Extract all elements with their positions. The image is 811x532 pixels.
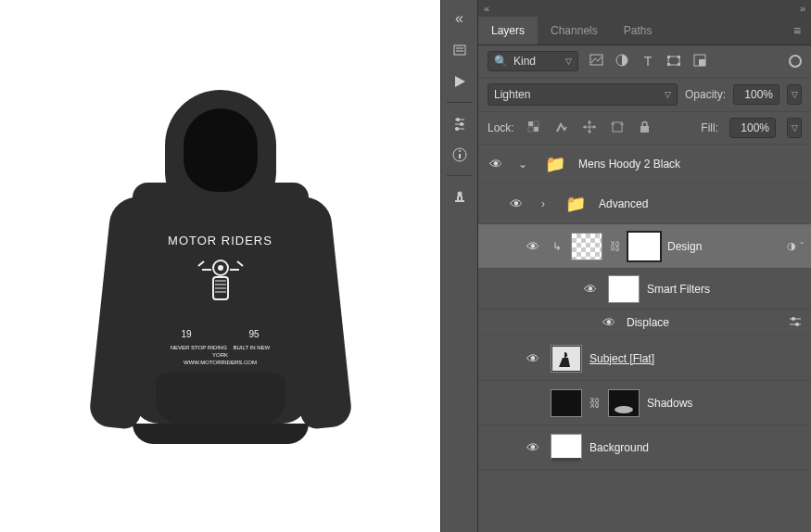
hoodie-print-graphic: MOTOR RIDERS 1995 NEVER STOP RIDING BUIL… bbox=[165, 234, 276, 366]
svg-point-1 bbox=[218, 265, 223, 271]
visibility-toggle[interactable]: 👁 bbox=[580, 282, 601, 297]
document-canvas[interactable]: MOTOR RIDERS 1995 NEVER STOP RIDING BUIL… bbox=[0, 0, 440, 532]
lock-fill-row: Lock: Fill: 100% ▽ bbox=[478, 112, 811, 145]
lock-transparency-icon[interactable] bbox=[526, 120, 542, 136]
lock-artboard-icon[interactable] bbox=[609, 120, 626, 136]
panel-tabs: Layers Channels Paths ≡ bbox=[478, 17, 811, 45]
fill-label[interactable]: Fill: bbox=[701, 121, 718, 134]
svg-point-21 bbox=[457, 192, 462, 196]
lock-all-icon[interactable] bbox=[637, 120, 653, 136]
stamp-icon[interactable] bbox=[445, 182, 475, 211]
svg-point-14 bbox=[460, 122, 463, 126]
layer-name[interactable]: Shadows bbox=[647, 397, 804, 410]
layer-smartobject[interactable]: 👁 ↳ ⛓ Design ◑ ˆ bbox=[478, 224, 811, 269]
filter-options-icon[interactable] bbox=[787, 316, 804, 330]
mask-link-icon[interactable]: ⛓ bbox=[589, 397, 601, 410]
svg-marker-39 bbox=[583, 125, 586, 129]
mask-thumbnail[interactable] bbox=[628, 233, 660, 260]
filter-adjustment-icon[interactable] bbox=[614, 54, 630, 70]
layer-tree: 👁 ⌄ 📁 Mens Hoody 2 Black 👁 › 📁 Advanced … bbox=[478, 145, 811, 532]
lock-position-icon[interactable] bbox=[581, 120, 598, 136]
layer-name[interactable]: Subject [Flat] bbox=[589, 352, 804, 365]
visibility-toggle[interactable]: 👁 bbox=[486, 157, 506, 171]
layer-smartobject[interactable]: 👁 Subject [Flat] bbox=[478, 336, 811, 381]
mask-thumbnail[interactable] bbox=[608, 389, 640, 417]
chevron-down-icon: ▽ bbox=[665, 90, 671, 99]
lock-label: Lock: bbox=[488, 121, 514, 134]
history-brush-icon[interactable] bbox=[445, 35, 475, 65]
svg-point-48 bbox=[795, 323, 799, 326]
blend-mode-dropdown[interactable]: Lighten▽ bbox=[488, 83, 678, 106]
smart-filter-item[interactable]: 👁 Displace bbox=[478, 310, 811, 336]
layer-name[interactable]: Advanced bbox=[599, 197, 804, 210]
layers-panel: «» Layers Channels Paths ≡ 🔍 Kind ▽ T Li… bbox=[477, 0, 811, 532]
layer-name: Smart Filters bbox=[647, 283, 804, 296]
svg-point-16 bbox=[455, 127, 459, 131]
tab-paths[interactable]: Paths bbox=[611, 17, 665, 44]
clip-indicator-icon: ↳ bbox=[551, 240, 564, 253]
layer-masked[interactable]: ⛓ Shadows bbox=[478, 381, 811, 425]
layer-name[interactable]: Mens Hoody 2 Black bbox=[578, 158, 804, 171]
filter-pixel-icon[interactable] bbox=[588, 54, 604, 69]
collapse-left-icon[interactable]: « bbox=[484, 3, 489, 14]
filter-smartobject-icon[interactable] bbox=[691, 54, 708, 70]
filter-mask-thumbnail[interactable] bbox=[608, 275, 640, 303]
filter-name[interactable]: Displace bbox=[627, 316, 779, 329]
svg-rect-30 bbox=[699, 59, 705, 66]
opacity-stepper[interactable]: ▽ bbox=[787, 84, 802, 105]
svg-rect-32 bbox=[534, 127, 539, 132]
visibility-toggle[interactable]: 👁 bbox=[523, 239, 543, 254]
layer-group[interactable]: 👁 › 📁 Advanced bbox=[478, 184, 811, 224]
layer-background[interactable]: 👁 Background bbox=[478, 425, 811, 470]
lock-image-icon[interactable] bbox=[553, 120, 570, 136]
visibility-toggle[interactable]: 👁 bbox=[523, 440, 543, 455]
layer-name[interactable]: Design bbox=[667, 240, 779, 253]
layer-group[interactable]: 👁 ⌄ 📁 Mens Hoody 2 Black bbox=[478, 145, 811, 184]
svg-point-19 bbox=[459, 150, 461, 152]
collapse-right-icon[interactable]: » bbox=[800, 3, 805, 14]
svg-marker-40 bbox=[593, 125, 596, 129]
layer-thumbnail[interactable] bbox=[551, 345, 582, 373]
filter-toggle-switch[interactable] bbox=[789, 55, 802, 68]
vertical-tool-strip: « bbox=[440, 0, 477, 532]
opacity-label[interactable]: Opacity: bbox=[685, 88, 726, 101]
blend-opacity-row: Lighten▽ Opacity: 100% ▽ bbox=[478, 78, 811, 112]
tab-channels[interactable]: Channels bbox=[538, 17, 611, 44]
visibility-toggle[interactable]: 👁 bbox=[599, 315, 619, 330]
visibility-toggle[interactable]: 👁 bbox=[506, 196, 526, 211]
collapse-left-icon[interactable]: « bbox=[445, 4, 475, 33]
layer-name[interactable]: Background bbox=[589, 441, 804, 454]
tab-layers[interactable]: Layers bbox=[478, 17, 538, 44]
expand-toggle[interactable]: ⌄ bbox=[513, 158, 532, 171]
svg-rect-26 bbox=[678, 56, 680, 58]
layer-thumbnail[interactable] bbox=[551, 389, 582, 417]
fill-input[interactable]: 100% bbox=[729, 118, 776, 138]
visibility-toggle[interactable] bbox=[523, 397, 543, 410]
graphic-title: MOTOR RIDERS bbox=[165, 234, 276, 247]
svg-rect-33 bbox=[534, 121, 539, 126]
hoodie-mockup: MOTOR RIDERS 1995 NEVER STOP RIDING BUIL… bbox=[77, 71, 364, 461]
svg-point-50 bbox=[615, 406, 633, 413]
layer-thumbnail[interactable] bbox=[551, 434, 582, 462]
filter-type-icon[interactable]: T bbox=[640, 54, 656, 69]
info-icon[interactable] bbox=[445, 140, 475, 170]
filter-shape-icon[interactable] bbox=[665, 54, 682, 70]
play-icon[interactable] bbox=[445, 67, 475, 96]
visibility-toggle[interactable]: 👁 bbox=[523, 351, 543, 366]
layer-effects-badge[interactable]: ◑ ˆ bbox=[787, 240, 804, 252]
smart-filters-header[interactable]: 👁 Smart Filters bbox=[478, 269, 811, 310]
svg-marker-37 bbox=[588, 120, 591, 123]
opacity-input[interactable]: 100% bbox=[733, 84, 779, 105]
svg-point-12 bbox=[456, 118, 460, 121]
filter-kind-dropdown[interactable]: 🔍 Kind ▽ bbox=[488, 51, 578, 71]
search-icon: 🔍 bbox=[494, 55, 508, 68]
panel-menu-icon[interactable]: ≡ bbox=[783, 23, 811, 38]
layer-thumbnail[interactable] bbox=[571, 233, 602, 260]
svg-rect-20 bbox=[455, 200, 464, 202]
expand-toggle[interactable]: › bbox=[534, 197, 552, 210]
mask-link-icon[interactable]: ⛓ bbox=[610, 240, 621, 253]
svg-rect-7 bbox=[454, 45, 465, 55]
svg-marker-38 bbox=[588, 131, 591, 133]
fill-stepper[interactable]: ▽ bbox=[787, 118, 802, 138]
adjustments-icon[interactable] bbox=[445, 108, 475, 138]
